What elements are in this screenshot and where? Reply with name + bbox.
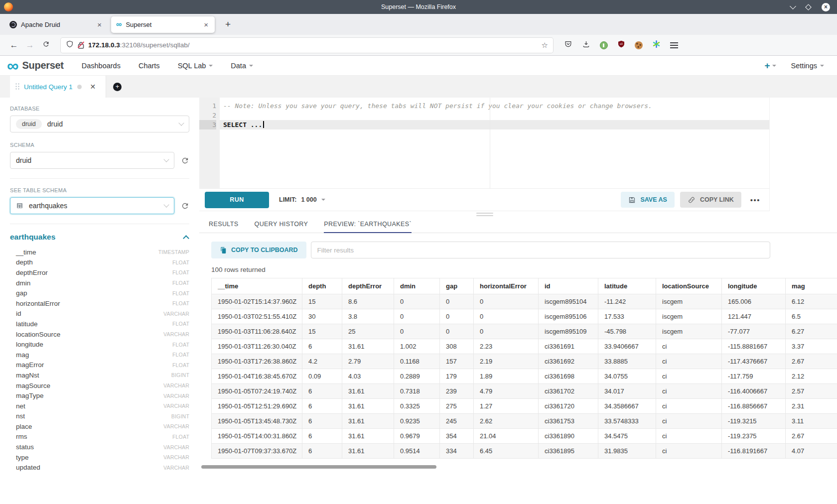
- results-column-header[interactable]: longitude: [722, 278, 786, 294]
- table-cell: 1950-01-05T14:00:31.860Z: [212, 429, 302, 444]
- bookmark-star-icon[interactable]: ☆: [542, 41, 548, 50]
- settings-menu[interactable]: Settings: [791, 62, 824, 70]
- results-column-header[interactable]: __time: [212, 278, 302, 294]
- new-item-button[interactable]: +: [764, 60, 776, 71]
- column-row[interactable]: placeVARCHAR: [10, 421, 189, 432]
- table-cell: -45.798: [598, 324, 656, 339]
- column-row[interactable]: magNstBIGINT: [10, 370, 189, 380]
- table-cell: 1950-01-04T16:38:45.670Z: [212, 369, 302, 384]
- superset-logo[interactable]: ∞ Superset: [7, 59, 64, 72]
- copy-to-clipboard-button[interactable]: COPY TO CLIPBOARD: [211, 242, 306, 258]
- insecure-lock-icon[interactable]: [78, 41, 84, 49]
- table-row: 1950-01-02T15:14:37.960Z158.6000iscgem89…: [212, 294, 837, 309]
- browser-tab-apache-druid[interactable]: Apache Druid ×: [4, 16, 108, 33]
- column-row[interactable]: horizontalErrorFLOAT: [10, 298, 189, 309]
- tab-close-icon[interactable]: ×: [202, 20, 210, 29]
- column-row[interactable]: netVARCHAR: [10, 401, 189, 411]
- new-tab-button[interactable]: +: [222, 19, 234, 30]
- table-cell: 21.04: [474, 429, 539, 444]
- tab-close-icon[interactable]: ×: [96, 20, 103, 29]
- add-query-tab[interactable]: +: [106, 76, 129, 98]
- tab-results[interactable]: RESULTS: [209, 221, 239, 233]
- window-close-icon[interactable]: ×: [822, 3, 830, 11]
- column-row[interactable]: rmsFLOAT: [10, 432, 189, 442]
- table-cell: 34.5475: [598, 429, 656, 444]
- cookie-extension-icon[interactable]: [635, 41, 643, 49]
- window-minimize-icon[interactable]: [790, 3, 796, 9]
- tab-query-history[interactable]: QUERY HISTORY: [255, 221, 308, 233]
- column-row[interactable]: longitudeFLOAT: [10, 339, 189, 350]
- query-tab-close-icon[interactable]: ✕: [90, 83, 96, 91]
- address-bar[interactable]: 172.18.0.3:32108/superset/sqllab/ ☆: [61, 38, 553, 53]
- column-row[interactable]: magErrorFLOAT: [10, 360, 189, 371]
- nav-sql-lab[interactable]: SQL Lab: [178, 62, 213, 70]
- chevron-down-icon: [820, 65, 824, 67]
- pocket-icon[interactable]: [564, 40, 572, 50]
- column-row[interactable]: magFLOAT: [10, 350, 189, 360]
- refresh-tables-icon[interactable]: [181, 202, 189, 210]
- column-row[interactable]: gapFLOAT: [10, 288, 189, 298]
- column-row[interactable]: dminFLOAT: [10, 278, 189, 288]
- column-row[interactable]: depthFLOAT: [10, 257, 189, 268]
- column-row[interactable]: statusVARCHAR: [10, 442, 189, 452]
- results-column-header[interactable]: gap: [440, 278, 474, 294]
- limit-dropdown[interactable]: LIMIT: 1 000: [279, 196, 325, 203]
- column-row[interactable]: magTypeVARCHAR: [10, 390, 189, 401]
- filter-results-input[interactable]: [311, 242, 770, 258]
- nav-dashboards[interactable]: Dashboards: [82, 62, 121, 70]
- downloads-icon[interactable]: [582, 40, 590, 50]
- results-column-header[interactable]: latitude: [598, 278, 656, 294]
- column-row[interactable]: depthErrorFLOAT: [10, 267, 189, 278]
- results-column-header[interactable]: id: [539, 278, 598, 294]
- sql-editor[interactable]: 1 2 3 -- Note: Unless you save your quer…: [199, 98, 769, 188]
- column-row[interactable]: magSourceVARCHAR: [10, 380, 189, 391]
- refresh-schema-icon[interactable]: [181, 156, 189, 165]
- menu-icon[interactable]: [670, 42, 678, 48]
- more-options-icon[interactable]: •••: [750, 196, 760, 204]
- browser-tab-title: Apache Druid: [21, 21, 96, 28]
- column-row[interactable]: nstBIGINT: [10, 411, 189, 422]
- results-column-header[interactable]: depthError: [342, 278, 394, 294]
- results-column-header[interactable]: mag: [786, 278, 837, 294]
- chevron-down-icon: [772, 65, 776, 67]
- table-cell: 31.61: [342, 429, 394, 444]
- collapse-chevron-icon[interactable]: [183, 235, 189, 242]
- database-select[interactable]: druid druid: [10, 116, 189, 132]
- window-maximize-icon[interactable]: [805, 4, 812, 10]
- column-row[interactable]: updatedVARCHAR: [10, 462, 189, 473]
- tab-preview-earthquakes[interactable]: PREVIEW: `EARTHQUAKES`: [324, 221, 412, 233]
- nav-data[interactable]: Data: [231, 62, 253, 70]
- results-column-header[interactable]: depth: [302, 278, 342, 294]
- column-row[interactable]: locationSourceVARCHAR: [10, 329, 189, 340]
- ublock-origin-icon[interactable]: uO: [617, 40, 625, 50]
- colorful-extension-icon[interactable]: [652, 40, 661, 50]
- run-button[interactable]: RUN: [205, 192, 269, 208]
- schema-select[interactable]: druid: [10, 152, 174, 169]
- results-column-header[interactable]: locationSource: [656, 278, 722, 294]
- reload-button[interactable]: [38, 40, 54, 50]
- horizontal-scrollbar[interactable]: [201, 465, 436, 469]
- column-name: locationSource: [16, 331, 60, 338]
- drag-grip-icon[interactable]: [15, 83, 19, 91]
- shield-icon[interactable]: [66, 40, 74, 50]
- browser-tab-superset[interactable]: ∞ Superset ×: [111, 16, 215, 33]
- privacy-extension-icon[interactable]: [600, 41, 608, 49]
- forward-button[interactable]: →: [22, 40, 38, 50]
- table-schema-title[interactable]: earthquakes: [10, 233, 55, 242]
- column-name: gap: [16, 289, 27, 297]
- back-button[interactable]: ←: [6, 40, 22, 50]
- column-row[interactable]: idVARCHAR: [10, 309, 189, 319]
- save-as-button[interactable]: SAVE AS: [621, 192, 675, 208]
- column-row[interactable]: typeVARCHAR: [10, 452, 189, 463]
- results-column-header[interactable]: dmin: [394, 278, 440, 294]
- pane-resize-handle[interactable]: [199, 211, 770, 218]
- column-row[interactable]: __timeTIMESTAMP: [10, 247, 189, 257]
- query-tab-untitled[interactable]: Untitled Query 1 ✕: [10, 76, 106, 98]
- results-column-header[interactable]: horizontalError: [474, 278, 539, 294]
- table-select[interactable]: earthquakes: [10, 197, 174, 214]
- column-row[interactable]: latitudeFLOAT: [10, 319, 189, 329]
- results-table-container[interactable]: __timedepthdepthErrordmingaphorizontalEr…: [211, 278, 837, 459]
- copy-link-button[interactable]: COPY LINK: [680, 192, 741, 208]
- table-cell: 31.61: [342, 384, 394, 399]
- nav-charts[interactable]: Charts: [139, 62, 160, 70]
